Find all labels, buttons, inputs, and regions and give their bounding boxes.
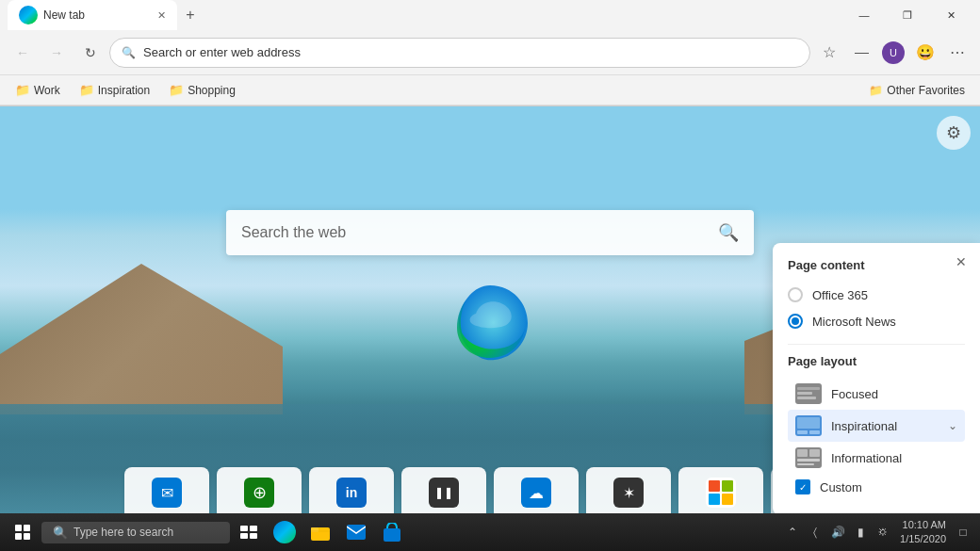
system-clock[interactable]: 10:10 AM 1/15/2020 bbox=[900, 518, 946, 547]
close-button[interactable]: ✕ bbox=[929, 0, 972, 30]
battery-icon[interactable]: ▮ bbox=[851, 523, 870, 542]
radio-msnews bbox=[788, 314, 803, 329]
page-search-icon[interactable]: 🔍 bbox=[718, 222, 739, 243]
profile-button[interactable]: U bbox=[878, 38, 908, 68]
system-tray: ⌃ 〈 🔊 ▮ ⛭ 10:10 AM 1/15/2020 □ bbox=[783, 518, 972, 547]
favorites-folder-icon: 📁 bbox=[869, 84, 883, 97]
minimize-button[interactable]: — bbox=[842, 0, 886, 30]
new-tab-button[interactable]: + bbox=[177, 2, 204, 28]
svg-rect-1 bbox=[797, 387, 820, 390]
active-tab[interactable]: New tab ✕ bbox=[8, 0, 177, 30]
browser-frame: New tab ✕ + — ❐ ✕ ← → ↻ 🔍 Search or ente… bbox=[0, 0, 980, 551]
titlebar: New tab ✕ + — ❐ ✕ bbox=[0, 0, 980, 30]
start-button[interactable] bbox=[8, 517, 38, 547]
favorites-item-label: Work bbox=[34, 84, 60, 97]
page-content-title: Page content bbox=[788, 258, 965, 272]
search-icon: 🔍 bbox=[122, 46, 136, 59]
option-office365[interactable]: Office 365 bbox=[788, 282, 965, 308]
user-avatar: U bbox=[882, 41, 905, 64]
restore-button[interactable]: ❐ bbox=[886, 0, 929, 30]
svg-rect-11 bbox=[240, 526, 248, 531]
folder-icon: 📁 bbox=[15, 83, 30, 97]
edge-logo bbox=[448, 281, 532, 365]
chevron-tray-icon[interactable]: ⌃ bbox=[783, 523, 802, 542]
page-settings-button[interactable]: ⚙ bbox=[937, 116, 971, 150]
microsoft-icon bbox=[706, 478, 736, 508]
panel-divider bbox=[788, 344, 965, 345]
tab-close-button[interactable]: ✕ bbox=[157, 9, 166, 22]
page-layout-title: Page layout bbox=[788, 354, 965, 368]
svg-rect-14 bbox=[250, 533, 257, 539]
contoso-icon: ✶ bbox=[613, 478, 644, 508]
linkedin-icon: in bbox=[336, 478, 367, 508]
svg-rect-8 bbox=[809, 449, 820, 457]
option-msnews[interactable]: Microsoft News bbox=[788, 308, 965, 334]
page-search-bar[interactable]: Search the web 🔍 bbox=[226, 210, 754, 255]
page-content-area: ⚙ Search the web 🔍 bbox=[0, 106, 980, 551]
addressbar: ← → ↻ 🔍 Search or enter web address ☆ ⸻ … bbox=[0, 30, 980, 75]
emoji-button[interactable]: 😀 bbox=[910, 38, 940, 68]
volume-icon[interactable]: 🔊 bbox=[828, 523, 847, 542]
outlook-icon: ✉ bbox=[152, 478, 182, 508]
svg-rect-9 bbox=[797, 459, 820, 462]
taskbar: 🔍 Type here to search ⌃ 〈 bbox=[0, 513, 980, 551]
layout-informational[interactable]: Informational bbox=[788, 442, 965, 474]
address-text: Search or enter web address bbox=[143, 45, 798, 59]
store-taskbar-icon[interactable] bbox=[377, 517, 407, 547]
favorites-button[interactable]: ☆ bbox=[814, 38, 844, 68]
focused-layout-icon bbox=[795, 383, 822, 404]
radio-office365 bbox=[788, 287, 803, 302]
folder-icon: 📁 bbox=[169, 83, 184, 97]
security-icon[interactable]: ⛭ bbox=[874, 523, 892, 542]
notification-button[interactable]: □ bbox=[954, 523, 972, 542]
forward-button[interactable]: → bbox=[41, 38, 72, 68]
svg-rect-18 bbox=[384, 528, 400, 542]
refresh-button[interactable]: ↻ bbox=[75, 38, 106, 68]
other-favorites-button[interactable]: 📁 Other Favorites bbox=[861, 80, 972, 101]
toolbar-icons: ☆ ⸻ U 😀 ⋯ bbox=[814, 38, 972, 68]
layout-inspirational[interactable]: Inspirational ⌄ bbox=[788, 410, 965, 442]
layout-inspirational-label: Inspirational bbox=[831, 419, 897, 433]
other-favorites-label: Other Favorites bbox=[887, 84, 965, 97]
favorites-item-inspiration[interactable]: 📁 Inspiration bbox=[72, 79, 157, 101]
more-button[interactable]: ⋯ bbox=[942, 38, 972, 68]
taskbar-search-placeholder: Type here to search bbox=[74, 526, 173, 539]
favorites-bar: 📁 Work 📁 Inspiration 📁 Shopping 📁 Other … bbox=[0, 75, 980, 105]
svg-rect-10 bbox=[797, 463, 814, 465]
woodgrove-icon: ❚❚ bbox=[429, 478, 459, 508]
folder-icon: 📁 bbox=[79, 83, 94, 97]
inspirational-chevron-icon: ⌄ bbox=[948, 419, 957, 432]
back-button[interactable]: ← bbox=[8, 38, 38, 68]
radio-selected-indicator bbox=[792, 317, 799, 325]
windows-logo-icon bbox=[15, 525, 30, 540]
explorer-taskbar-icon[interactable] bbox=[305, 517, 335, 547]
svg-rect-2 bbox=[797, 392, 812, 395]
tab-title: New tab bbox=[43, 8, 85, 22]
mail-taskbar-icon[interactable] bbox=[341, 517, 371, 547]
custom-checkmark-icon bbox=[795, 479, 810, 494]
svg-rect-5 bbox=[797, 430, 808, 434]
taskbar-search-icon: 🔍 bbox=[53, 526, 68, 540]
panel-close-button[interactable]: ✕ bbox=[950, 251, 972, 273]
layout-custom[interactable]: Custom bbox=[788, 474, 965, 500]
edge-taskbar-icon[interactable] bbox=[270, 517, 300, 547]
layout-focused[interactable]: Focused bbox=[788, 378, 965, 410]
taskbar-pinned-icons bbox=[234, 517, 407, 547]
network-icon[interactable]: 〈 bbox=[806, 523, 825, 542]
favorites-item-shopping[interactable]: 📁 Shopping bbox=[161, 79, 243, 101]
address-bar[interactable]: 🔍 Search or enter web address bbox=[109, 38, 810, 68]
layout-custom-label: Custom bbox=[820, 480, 862, 494]
tab-favicon bbox=[19, 6, 38, 24]
page-search-placeholder: Search the web bbox=[241, 224, 707, 241]
collections-button[interactable]: ⸻ bbox=[846, 38, 876, 68]
svg-rect-12 bbox=[250, 526, 257, 531]
taskbar-search-bar[interactable]: 🔍 Type here to search bbox=[41, 522, 230, 543]
option-office365-label: Office 365 bbox=[812, 288, 868, 302]
chrome-area: New tab ✕ + — ❐ ✕ ← → ↻ 🔍 Search or ente… bbox=[0, 0, 980, 106]
layout-informational-label: Informational bbox=[831, 451, 902, 465]
clock-date: 1/15/2020 bbox=[900, 532, 946, 546]
svg-rect-6 bbox=[809, 430, 820, 434]
favorites-item-work[interactable]: 📁 Work bbox=[8, 79, 68, 101]
layout-focused-label: Focused bbox=[831, 387, 878, 401]
task-view-button[interactable] bbox=[234, 517, 264, 547]
